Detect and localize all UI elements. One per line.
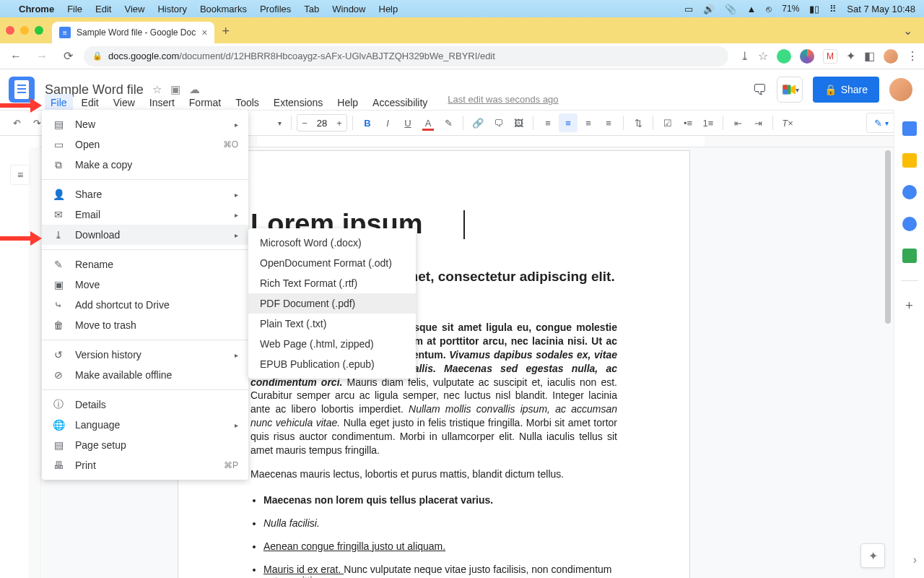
extension-icon-2[interactable] bbox=[800, 49, 814, 64]
line-spacing-button[interactable]: ⇅ bbox=[629, 113, 648, 132]
doc-bullet-list[interactable]: Maecenas non lorem quis tellus placerat … bbox=[250, 494, 617, 578]
highlight-button[interactable]: ✎ bbox=[439, 113, 458, 132]
profile-avatar-icon[interactable] bbox=[884, 49, 898, 64]
clear-format-button[interactable]: T× bbox=[778, 113, 797, 132]
download-epub[interactable]: EPUB Publication (.epub) bbox=[248, 354, 416, 374]
bluetooth-icon[interactable]: ⎋ bbox=[766, 4, 772, 14]
align-left-button[interactable]: ≡ bbox=[539, 113, 557, 132]
addons-plus-icon[interactable]: + bbox=[905, 298, 913, 314]
mac-app-name[interactable]: Chrome bbox=[19, 4, 54, 14]
bold-button[interactable]: B bbox=[358, 113, 377, 132]
mac-menu-view[interactable]: View bbox=[124, 4, 144, 14]
stage-manager-icon[interactable]: ▭ bbox=[684, 4, 693, 14]
undo-button[interactable]: ↶ bbox=[7, 113, 26, 132]
fontsize-decrease-button[interactable]: − bbox=[297, 118, 312, 129]
bullet-list-button[interactable]: •≡ bbox=[679, 113, 697, 132]
explore-button[interactable]: ✦ bbox=[860, 543, 885, 568]
address-bar[interactable]: 🔒 docs.google.com/document/d/12HBRR8Hbco… bbox=[84, 46, 728, 66]
download-pdf[interactable]: PDF Document (.pdf) bbox=[248, 293, 416, 314]
file-menu-download[interactable]: ⤓Download▸ bbox=[42, 225, 248, 245]
keep-icon[interactable] bbox=[902, 153, 917, 168]
docs-menu-extensions[interactable]: Extensions bbox=[268, 94, 328, 111]
mac-menu-file[interactable]: File bbox=[67, 4, 82, 14]
download-html[interactable]: Web Page (.html, zipped) bbox=[248, 334, 416, 354]
indent-decrease-button[interactable]: ⇤ bbox=[728, 113, 747, 132]
image-button[interactable]: 🖼 bbox=[509, 113, 528, 132]
new-tab-button[interactable]: + bbox=[222, 24, 230, 39]
checklist-button[interactable]: ☑ bbox=[658, 113, 677, 132]
fontsize-increase-button[interactable]: + bbox=[332, 118, 346, 129]
docs-menu-tools[interactable]: Tools bbox=[230, 94, 265, 111]
volume-icon[interactable]: 🔊 bbox=[703, 4, 715, 14]
underline-button[interactable]: U bbox=[398, 113, 417, 132]
docs-menu-accessibility[interactable]: Accessibility bbox=[367, 94, 433, 111]
wifi-icon[interactable]: ▲ bbox=[746, 4, 756, 14]
file-menu-open[interactable]: ▭Open⌘O bbox=[42, 134, 248, 155]
control-center-icon[interactable]: ⠿ bbox=[829, 4, 837, 14]
file-menu-version-history[interactable]: ↺Version history▸ bbox=[42, 345, 248, 365]
mac-menu-help[interactable]: Help bbox=[379, 4, 398, 14]
share-button[interactable]: 🔒 Share bbox=[813, 77, 879, 103]
extensions-menu-icon[interactable]: ✦ bbox=[846, 49, 855, 63]
comment-button[interactable]: 🗨 bbox=[489, 113, 507, 132]
calendar-icon[interactable] bbox=[902, 121, 917, 136]
file-menu-offline[interactable]: ⊘Make available offline bbox=[42, 365, 248, 385]
file-menu-rename[interactable]: ✎Rename bbox=[42, 254, 248, 275]
docs-menu-help[interactable]: Help bbox=[331, 94, 364, 111]
docs-menu-format[interactable]: Format bbox=[183, 94, 227, 111]
download-rtf[interactable]: Rich Text Format (.rtf) bbox=[248, 273, 416, 293]
back-button[interactable]: ← bbox=[6, 46, 26, 66]
docs-menu-edit[interactable]: Edit bbox=[76, 94, 105, 111]
editing-mode-button[interactable]: ✎▾ bbox=[866, 113, 897, 133]
docs-menu-insert[interactable]: Insert bbox=[144, 94, 180, 111]
battery-icon[interactable]: ▮▯ bbox=[809, 4, 819, 14]
mac-menu-window[interactable]: Window bbox=[332, 4, 365, 14]
account-avatar[interactable] bbox=[889, 78, 912, 101]
file-menu-email[interactable]: ✉Email▸ bbox=[42, 204, 248, 225]
mac-menu-bookmarks[interactable]: Bookmarks bbox=[200, 4, 247, 14]
file-menu-trash[interactable]: 🗑Move to trash bbox=[42, 315, 248, 335]
side-panel-toggle-icon[interactable]: ◧ bbox=[864, 49, 875, 63]
window-zoom-icon[interactable] bbox=[35, 26, 43, 35]
number-list-button[interactable]: 1≡ bbox=[699, 113, 718, 132]
mac-menu-history[interactable]: History bbox=[157, 4, 186, 14]
file-menu-details[interactable]: ⓘDetails bbox=[42, 394, 248, 415]
meet-button[interactable]: ▾ bbox=[777, 77, 803, 103]
extension-icon-1[interactable] bbox=[777, 49, 791, 64]
file-menu-new[interactable]: ▤New▸ bbox=[42, 114, 248, 134]
extension-icon-3[interactable]: M bbox=[823, 49, 837, 64]
text-color-button[interactable]: A bbox=[419, 113, 437, 132]
window-close-icon[interactable] bbox=[6, 26, 14, 35]
file-menu-page-setup[interactable]: ▤Page setup bbox=[42, 435, 248, 455]
attachment-icon[interactable]: 📎 bbox=[725, 4, 736, 14]
chrome-menu-icon[interactable]: ⋮ bbox=[907, 49, 918, 63]
file-menu-make-copy[interactable]: ⧉Make a copy bbox=[42, 155, 248, 175]
file-menu-add-shortcut[interactable]: ⤷Add shortcut to Drive bbox=[42, 295, 248, 315]
tab-close-icon[interactable]: × bbox=[201, 27, 207, 38]
font-family-select[interactable]: ▾ bbox=[257, 113, 286, 132]
file-menu-language[interactable]: 🌐Language▸ bbox=[42, 415, 248, 435]
last-edit-link[interactable]: Last edit was seconds ago bbox=[448, 94, 558, 111]
indent-increase-button[interactable]: ⇥ bbox=[749, 113, 767, 132]
mac-datetime[interactable]: Sat 7 May 10:48 bbox=[847, 4, 915, 14]
file-menu-print[interactable]: 🖶Print⌘P bbox=[42, 455, 248, 475]
window-minimize-icon[interactable] bbox=[20, 26, 29, 35]
bookmark-star-icon[interactable]: ☆ bbox=[758, 49, 768, 63]
reload-button[interactable]: ⟳ bbox=[58, 46, 78, 66]
download-txt[interactable]: Plain Text (.txt) bbox=[248, 314, 416, 334]
outline-toggle-button[interactable]: ≡ bbox=[10, 165, 30, 185]
vertical-ruler[interactable] bbox=[29, 147, 39, 578]
doc-paragraph-2[interactable]: Maecenas mauris lectus, lobortis et puru… bbox=[250, 467, 617, 481]
tasks-icon[interactable] bbox=[902, 185, 917, 199]
fontsize-value[interactable]: 28 bbox=[312, 118, 332, 129]
docs-menu-file[interactable]: File bbox=[45, 94, 73, 111]
italic-button[interactable]: I bbox=[378, 113, 397, 132]
mac-menu-tab[interactable]: Tab bbox=[304, 4, 319, 14]
align-center-button[interactable]: ≡ bbox=[559, 113, 578, 132]
comments-icon[interactable]: 🗨 bbox=[752, 82, 767, 98]
download-docx[interactable]: Microsoft Word (.docx) bbox=[248, 233, 416, 253]
file-menu-share[interactable]: 👤Share▸ bbox=[42, 184, 248, 204]
show-sidepanel-button[interactable]: › bbox=[913, 553, 917, 566]
install-icon[interactable]: ⤓ bbox=[740, 49, 749, 63]
mac-menu-profiles[interactable]: Profiles bbox=[260, 4, 291, 14]
